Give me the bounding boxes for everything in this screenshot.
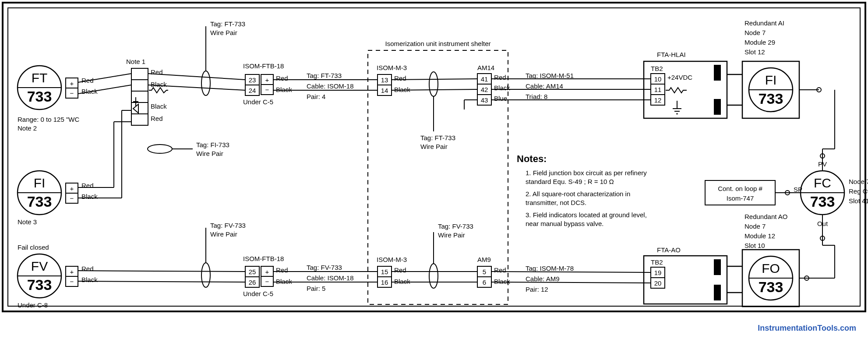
label: 12 bbox=[654, 96, 662, 104]
label: ISOM-M-3 bbox=[377, 256, 407, 263]
label: 26 bbox=[249, 279, 256, 286]
label: ISOM-FTB-18 bbox=[243, 255, 284, 262]
label: Cable: ISOM-18 bbox=[307, 274, 354, 282]
label: Under C-5 bbox=[243, 98, 273, 106]
label: Tag: FV-733 bbox=[307, 264, 342, 271]
label: Note 3 bbox=[18, 218, 37, 226]
label: Black bbox=[81, 193, 98, 200]
label: Isom-747 bbox=[727, 194, 754, 202]
label: +24VDC bbox=[667, 74, 692, 81]
label: TB2 bbox=[651, 258, 663, 266]
label: FTA-HLAI bbox=[657, 51, 686, 58]
label: Slot 12 bbox=[745, 48, 765, 56]
label: Black bbox=[276, 278, 292, 285]
label: Red bbox=[81, 265, 94, 272]
label: Black bbox=[151, 102, 167, 110]
label: Black bbox=[81, 276, 98, 283]
label: Note 2 bbox=[18, 124, 37, 132]
shield-belt bbox=[148, 145, 172, 153]
label: ISOM-M-3 bbox=[377, 64, 407, 71]
label: 19 bbox=[654, 269, 662, 276]
label: − bbox=[265, 278, 269, 285]
fc-bubble-tag: FC bbox=[814, 176, 831, 190]
ft-bubble-num: 733 bbox=[27, 88, 52, 105]
label: Module 29 bbox=[745, 39, 775, 46]
label: 1. Field junction box circuit as per ref… bbox=[526, 169, 647, 177]
label: Black bbox=[276, 86, 292, 93]
label: Black bbox=[151, 81, 167, 88]
label: 10 bbox=[654, 75, 662, 83]
label: Reg Ctl bbox=[849, 187, 868, 195]
label: 14 bbox=[381, 87, 388, 94]
label: Red bbox=[494, 266, 506, 274]
conn-bar bbox=[714, 99, 721, 115]
fi-field-bubble-tag: FI bbox=[34, 176, 46, 190]
label: + bbox=[265, 76, 269, 84]
label: Red bbox=[276, 266, 288, 274]
label: Wire Pair bbox=[438, 231, 465, 239]
fi-dcs-num: 733 bbox=[759, 90, 783, 107]
shield-belt bbox=[429, 264, 438, 288]
label: Isomerization unit instrument shelter bbox=[385, 40, 491, 47]
shield-belt bbox=[429, 72, 438, 96]
label: Wire Pair bbox=[210, 29, 237, 36]
label: Blue bbox=[494, 95, 507, 102]
label: transmitter, not DCS. bbox=[526, 199, 586, 206]
conn-bar bbox=[714, 285, 721, 300]
wire bbox=[491, 272, 651, 272]
resistor-icon bbox=[149, 88, 168, 93]
label: 13 bbox=[381, 76, 388, 84]
label: Tag: FI-733 bbox=[196, 141, 229, 148]
label: Wire Pair bbox=[196, 150, 223, 157]
label: TB2 bbox=[651, 65, 663, 72]
conn-bar bbox=[714, 259, 721, 275]
fc-bubble-num: 733 bbox=[810, 193, 835, 210]
label: 42 bbox=[481, 86, 488, 93]
wire bbox=[78, 281, 245, 282]
label: Pair: 5 bbox=[307, 285, 325, 292]
label: Tag: FT-733 bbox=[307, 72, 342, 79]
label: + bbox=[265, 268, 269, 275]
label: Module 12 bbox=[745, 232, 775, 240]
label: Slot 10 bbox=[745, 242, 765, 249]
label: Red bbox=[394, 266, 406, 274]
label: ISOM-FTB-18 bbox=[243, 62, 284, 70]
label: standard Equ. S-49 ; R = 10 Ω bbox=[526, 178, 614, 185]
attribution: InstrumentationTools.com bbox=[758, 324, 856, 332]
fo-dcs-num: 733 bbox=[759, 279, 783, 295]
label: Under C-8 bbox=[18, 301, 48, 309]
label: Tag: FT-733 bbox=[420, 134, 455, 141]
label: Redundant AO bbox=[745, 213, 787, 220]
label: 11 bbox=[654, 86, 662, 93]
label: Wire Pair bbox=[420, 143, 448, 150]
label: Tag: ISOM-M-51 bbox=[526, 72, 574, 79]
label: Tag: ISOM-M-78 bbox=[526, 265, 574, 272]
label: Tag: FV-733 bbox=[210, 222, 246, 229]
label: Red bbox=[494, 74, 506, 81]
shield-belt bbox=[201, 71, 210, 95]
label: Fail closed bbox=[18, 244, 49, 251]
label: 24 bbox=[249, 87, 256, 94]
label: Black bbox=[394, 86, 410, 93]
label: 3. Field indicators located at ground le… bbox=[526, 211, 647, 219]
fi-field-bubble-num: 733 bbox=[27, 193, 52, 210]
label: − bbox=[70, 89, 74, 97]
label: SP bbox=[794, 186, 802, 193]
label: Red bbox=[276, 74, 288, 82]
notes-header: Notes: bbox=[517, 153, 547, 164]
label: − bbox=[70, 194, 74, 202]
label: Under C-5 bbox=[243, 290, 273, 297]
label: AM9 bbox=[477, 256, 491, 263]
ft-bubble-tag: FT bbox=[32, 71, 48, 85]
label: + bbox=[70, 185, 74, 192]
label: Red bbox=[151, 115, 163, 122]
label: Node 7 bbox=[745, 29, 766, 36]
label: + bbox=[70, 80, 74, 87]
label: 25 bbox=[249, 268, 256, 275]
label: 6 bbox=[483, 279, 486, 286]
label: near manual bypass valve. bbox=[526, 220, 603, 227]
frame-outer bbox=[3, 3, 865, 311]
label: − bbox=[70, 278, 74, 285]
label: Pair: 12 bbox=[526, 286, 548, 293]
label: 23 bbox=[249, 76, 256, 84]
